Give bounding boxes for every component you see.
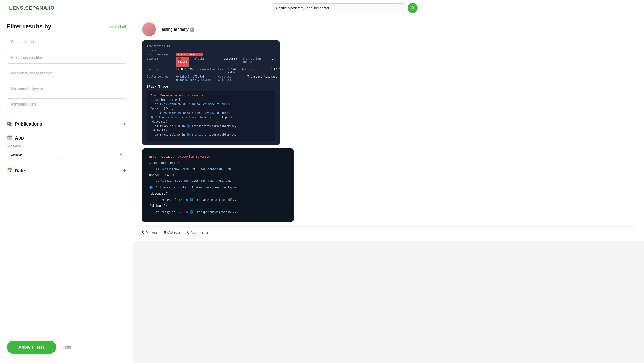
mentioning-profiles-input[interactable] — [7, 67, 126, 79]
app-name-label: App Name — [7, 144, 126, 148]
sidebar: Filter results by Expand all 📚 Publicati… — [0, 16, 133, 363]
collects-stat: 0 Collects — [164, 230, 180, 234]
publications-icon: 📚 — [7, 121, 12, 127]
tx-details: Transaction Id: Network: Error Message: … — [142, 40, 280, 145]
collects-count: 0 — [164, 230, 166, 234]
header: LENS.SEPANA.IO — [0, 0, 644, 16]
date-icon: 📅 — [7, 168, 12, 173]
stack-line-2: ⚠ Opcode: [REVERT] — [150, 98, 272, 101]
from-profiles-input[interactable] — [7, 52, 126, 64]
post-title: Testing tenderly 🤖 — [160, 27, 195, 32]
stack-line-5: in 0x28ce33b49ec8836aa6f0199cf764b82b9be… — [150, 111, 272, 115]
app-content: App Name Lenster Orb Phaver LensFrens ▼ — [7, 144, 126, 159]
chevron-down-icon: ▼ — [119, 152, 123, 157]
publications-label: Publications — [15, 121, 42, 127]
tx-gas-label: Gas Limit: — [147, 68, 174, 74]
stack-line-1: Error Message: execution reverted — [150, 94, 272, 97]
app-name-select[interactable]: Lenster Orb Phaver LensFrens — [7, 149, 62, 159]
publications-section-header[interactable]: 📚 Publications + — [7, 121, 126, 127]
content-area: Testing tenderly 🤖 Transaction Id: Netwo… — [133, 16, 644, 363]
search-button[interactable] — [408, 3, 418, 13]
date-toggle[interactable]: + — [123, 168, 126, 173]
tx-gas-value: 12,850,099 — [176, 68, 193, 74]
logo: LENS.SEPANA.IO — [9, 5, 54, 11]
search-bar-container — [54, 3, 635, 13]
search-icon — [410, 6, 415, 11]
stack-line-6: 🔷 2 traces from stack traces have been c… — [150, 116, 272, 119]
code-line-10: _delegate() — [149, 191, 287, 196]
tx-status-label: Status: — [147, 57, 174, 67]
publications-section: 📚 Publications + — [7, 117, 126, 131]
app-title-row: 🗓️ App — [7, 135, 24, 141]
code-line-2: ⚠ Opcode: [REVERT] — [149, 161, 287, 165]
comments-stat: 0 Comments — [187, 230, 208, 234]
stack-line-8: at Proxy.sol:60 in 🌐 TransparentUpgradea… — [150, 124, 272, 128]
code-line-1: Error Message: execution reverted — [149, 154, 287, 159]
filter-inputs — [7, 36, 126, 110]
code-line-11: at Proxy.sol:60 in 🌐 TransparentUpgradea… — [149, 198, 287, 202]
tx-fee-value: 0.076 Matic — [228, 68, 236, 74]
reset-button[interactable]: Reset — [62, 345, 72, 350]
stack-line-4: Opcode: [CALL] — [150, 107, 272, 110]
bio-description-input[interactable] — [7, 36, 126, 48]
code-line-6: in 0x28ce33b49ec8836aa6f0199cf764b82b9be… — [149, 179, 287, 184]
tx-block-value: 20519533 — [224, 57, 237, 67]
tx-raw-label: Raw Input: — [241, 68, 269, 74]
app-toggle[interactable]: − — [123, 135, 126, 141]
tx-error-badge: execution error — [176, 53, 202, 56]
publications-toggle[interactable]: + — [123, 121, 126, 127]
expand-all-button[interactable]: Expand all — [108, 24, 126, 29]
stack-line-9: fallback() — [150, 129, 272, 132]
filter-title: Filter results by — [7, 23, 51, 30]
stack-line-7: _delegate() — [150, 120, 272, 123]
date-section-header[interactable]: 📅 Date + — [7, 168, 126, 173]
search-input[interactable] — [272, 4, 405, 13]
date-label: Date — [15, 168, 25, 173]
tx-fee-label: Transaction Fee: — [198, 68, 226, 74]
app-section-header[interactable]: 🗓️ App − — [7, 135, 126, 141]
tx-block-label: Block: — [194, 57, 222, 67]
stack-trace-content: Error Message: execution reverted ⚠ Opco… — [147, 91, 275, 141]
tx-id-label: Transaction Id: — [147, 45, 174, 48]
post-footer: 0 Mirrors 0 Collects 0 Comments — [142, 226, 635, 234]
tx-error-row: Error Message: execution error — [147, 53, 275, 56]
min-followers-input[interactable] — [7, 83, 126, 95]
min-posts-input[interactable] — [7, 98, 126, 110]
apply-filters-button[interactable]: Apply Filters — [7, 340, 56, 354]
filter-header: Filter results by Expand all — [7, 23, 126, 30]
tx-error-label: Error Message: — [147, 53, 174, 56]
publications-title-row: 📚 Publications — [7, 121, 42, 127]
mirrors-stat: 0 Mirrors — [142, 230, 157, 234]
tx-contract-value: TransparentUpgrade... — [248, 75, 280, 82]
tx-caller-label: Caller Address: — [147, 75, 174, 82]
tx-id-row: Transaction Id: — [147, 45, 275, 48]
code-line-8: 🔷 2 traces from stack traces have been c… — [149, 185, 287, 190]
code-line-5: Opcode: [CALL] — [149, 173, 287, 178]
tx-network-label: Network: — [147, 49, 174, 52]
mirrors-count: 0 — [142, 230, 144, 234]
stack-trace-title: Stack Trace — [147, 85, 275, 88]
tx-gas-row: Gas Limit: 12,850,099 Transaction Fee: 0… — [147, 68, 275, 74]
tx-addresses-row: Caller Address: 0x3a0e43...75e5e1 0x3a38… — [147, 75, 275, 82]
code-line-12: fallback() — [149, 204, 287, 208]
post-card: Testing tenderly 🤖 Transaction Id: Netwo… — [133, 16, 644, 241]
warn-icon: ⚠ — [149, 161, 151, 165]
collects-label: Collects — [168, 230, 180, 234]
code-block: Error Message: execution reverted ⚠ Opco… — [142, 148, 294, 222]
tx-index-label: Transaction Index: — [243, 57, 270, 67]
mirrors-label: Mirrors — [146, 230, 157, 234]
comments-label: Comments — [190, 230, 208, 234]
main-layout: Filter results by Expand all 📚 Publicati… — [0, 16, 644, 363]
app-select-wrapper: Lenster Orb Phaver LensFrens ▼ — [7, 149, 126, 159]
avatar — [142, 23, 156, 36]
tx-contract-label: Contract Address: — [218, 75, 246, 82]
stack-line-3: in 0xc33efc049976d0929185f468ce68bad0753… — [150, 103, 272, 106]
code-line-3: in 0xc33efc049976d0929185f468ce68bad0753… — [149, 167, 287, 172]
app-label: App — [15, 135, 24, 141]
date-title-row: 📅 Date — [7, 168, 25, 173]
tx-caller-value: 0x3a0e43...75e5e1 0x3a386d1e37...375e5e1 — [176, 75, 212, 82]
comments-count: 0 — [187, 230, 189, 234]
bottom-actions: Apply Filters Reset — [7, 334, 126, 354]
tx-raw-value: 0x84114000... — [271, 68, 280, 74]
app-icon: 🗓️ — [7, 135, 12, 141]
